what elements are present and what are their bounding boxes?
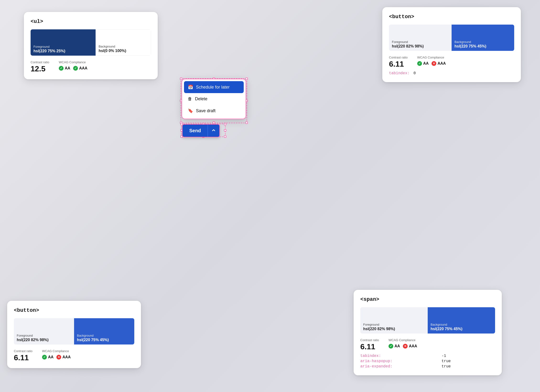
tabindex-row: tabindex: 0 [389, 71, 514, 75]
fg-label: Foreground [33, 45, 93, 48]
contrast-label: Contrast ratio [14, 349, 32, 353]
card-button-bottom-swatches: Foreground hsl(220 82% 98%) Background h… [14, 318, 134, 344]
bg-swatch: Background hsl(220 75% 45%) [74, 318, 134, 344]
bookmark-icon: 🔖 [188, 108, 193, 113]
chevron-up-icon [212, 128, 216, 132]
card-ul-title: <ul> [31, 19, 151, 25]
delete-item[interactable]: 🗑 Delete [184, 93, 244, 105]
aaa-badge: ✕ AAA [403, 344, 417, 349]
fg-label: Foreground [363, 323, 425, 326]
save-draft-item[interactable]: 🔖 Save draft [184, 105, 244, 117]
span-attrs: tabindex: -1 aria-haspopup: true aria-ex… [360, 354, 495, 369]
delete-label: Delete [195, 96, 207, 101]
contrast-group: Contrast ratio 6.11 [14, 349, 32, 361]
fg-value: hsl(220 82% 98%) [392, 44, 449, 48]
aria-expanded-attr-value: true [442, 364, 495, 369]
contrast-label: Contrast ratio [360, 338, 379, 342]
fg-swatch: Foreground hsl(220 82% 98%) [360, 307, 428, 334]
wcag-label: WCAG Compliance [417, 56, 446, 59]
card-ul-swatches: Foreground hsl(220 75% 25%) Background h… [31, 29, 151, 56]
fg-label: Foreground [17, 334, 71, 337]
aaa-badge: ✕ AAA [56, 355, 71, 360]
bg-value: hsl(0 0% 100%) [99, 49, 148, 53]
card-button-top-swatches: Foreground hsl(220 82% 98%) Background h… [389, 25, 514, 51]
aaa-label: AAA [437, 61, 446, 66]
contrast-group: Contrast ratio 6.11 [360, 338, 379, 350]
wcag-label: WCAG Compliance [42, 349, 71, 353]
fg-swatch: Foreground hsl(220 82% 98%) [14, 318, 74, 344]
aaa-fail-icon: ✕ [403, 344, 408, 349]
aaa-badge: ✓ AAA [73, 66, 87, 71]
card-button-top: <button> Foreground hsl(220 82% 98%) Bac… [382, 7, 521, 82]
aa-pass-icon: ✓ [59, 66, 64, 71]
contrast-value: 6.11 [360, 343, 379, 350]
wcag-label: WCAG Compliance [389, 338, 417, 342]
aa-label: AA [423, 61, 429, 66]
card-span-title: <span> [360, 297, 495, 302]
selection-dot-bl [180, 122, 182, 124]
save-draft-label: Save draft [196, 108, 216, 113]
wcag-badges: ✓ AA ✓ AAA [59, 66, 87, 71]
fg-value: hsl(220 82% 98%) [17, 338, 71, 342]
tabindex-attr-name: tabindex: [360, 354, 437, 358]
aa-pass-icon: ✓ [417, 61, 422, 66]
contrast-group: Contrast ratio 12.5 [31, 60, 49, 73]
send-main[interactable]: Send [183, 125, 208, 137]
aaa-label: AAA [62, 355, 71, 359]
aa-badge: ✓ AA [417, 61, 429, 66]
card-ul-metrics: Contrast ratio 12.5 WCAG Compliance ✓ AA… [31, 60, 151, 73]
aria-haspopup-attr-value: true [442, 359, 495, 363]
selection-dot-tl [180, 78, 182, 80]
aa-label: AA [65, 66, 70, 70]
trash-icon: 🗑 [188, 96, 192, 101]
fg-label: Foreground [392, 40, 449, 44]
bg-value: hsl(220 75% 45%) [454, 44, 511, 48]
card-button-bottom: <button> Foreground hsl(220 82% 98%) Bac… [7, 301, 141, 368]
wcag-badges: ✓ AA ✕ AAA [42, 355, 71, 360]
aaa-fail-icon: ✕ [56, 355, 61, 360]
aaa-label: AAA [409, 344, 417, 348]
bg-swatch: Background hsl(220 75% 45%) [428, 307, 495, 334]
wcag-group: WCAG Compliance ✓ AA ✕ AAA [417, 56, 446, 66]
card-button-top-metrics: Contrast ratio 6.11 WCAG Compliance ✓ AA… [389, 56, 514, 68]
aaa-fail-icon: ✕ [432, 61, 436, 66]
card-span-metrics: Contrast ratio 6.11 WCAG Compliance ✓ AA… [360, 338, 495, 350]
aa-badge: ✓ AA [59, 66, 70, 71]
selection-dot-br [245, 122, 248, 124]
send-chevron-button[interactable] [208, 125, 219, 137]
bg-value: hsl(220 75% 45%) [77, 338, 131, 342]
aaa-pass-icon: ✓ [73, 66, 78, 71]
contrast-value: 12.5 [31, 65, 49, 73]
schedule-item[interactable]: 📅 Schedule for later [184, 81, 244, 93]
tabindex-attr-value: -1 [442, 354, 495, 358]
aa-badge: ✓ AA [42, 355, 54, 360]
bg-label: Background [77, 334, 131, 337]
contrast-label: Contrast ratio [31, 60, 49, 64]
wcag-badges: ✓ AA ✕ AAA [389, 344, 417, 349]
card-button-bottom-metrics: Contrast ratio 6.11 WCAG Compliance ✓ AA… [14, 349, 134, 361]
tabindex-attr-value: 0 [413, 71, 416, 75]
aria-expanded-attr-name: aria-expanded: [360, 364, 437, 369]
selection-dot-tr [245, 78, 248, 80]
selection-dot-tr [224, 123, 226, 125]
calendar-icon: 📅 [188, 85, 193, 90]
bg-swatch: Background hsl(220 75% 45%) [452, 25, 514, 51]
aria-haspopup-attr-name: aria-haspopup: [360, 359, 437, 363]
fg-swatch: Foreground hsl(220 82% 98%) [389, 25, 452, 51]
contrast-value: 6.11 [389, 60, 408, 68]
aa-pass-icon: ✓ [42, 355, 47, 360]
aa-label: AA [394, 344, 400, 348]
aaa-badge: ✕ AAA [432, 61, 446, 66]
wcag-badges: ✓ AA ✕ AAA [417, 61, 446, 66]
tabindex-attr-name: tabindex: [389, 71, 410, 75]
bg-value: hsl(220 75% 45%) [431, 327, 492, 331]
selection-dot-bm [213, 122, 215, 124]
contrast-value: 6.11 [14, 354, 32, 361]
selection-dot-mr [224, 129, 226, 132]
card-ul: <ul> Foreground hsl(220 75% 25%) Backgro… [24, 12, 158, 79]
bg-label: Background [431, 323, 492, 326]
foreground-swatch: Foreground hsl(220 75% 25%) [31, 29, 96, 56]
fg-value: hsl(220 75% 25%) [33, 49, 93, 53]
selection-dot-br [224, 135, 226, 138]
send-button[interactable]: Send [182, 124, 220, 137]
